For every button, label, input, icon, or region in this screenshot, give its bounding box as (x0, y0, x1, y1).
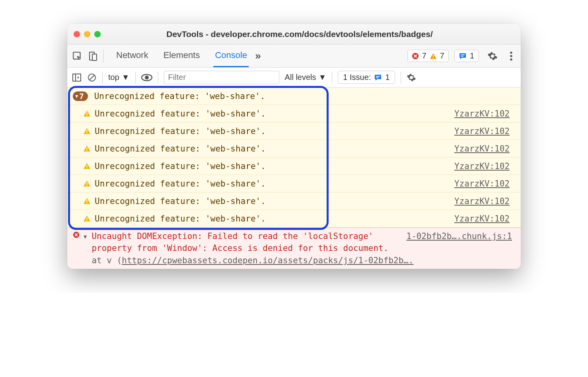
source-link[interactable]: YzarzKV:102 (454, 109, 512, 119)
svg-rect-6 (461, 54, 465, 55)
svg-rect-19 (87, 113, 88, 115)
svg-rect-2 (92, 54, 97, 60)
svg-rect-5 (433, 57, 434, 58)
console-sidebar-toggle-icon[interactable] (72, 73, 82, 82)
more-tabs-icon[interactable]: » (254, 50, 261, 62)
execution-context-selector[interactable]: top ▼ (108, 73, 130, 82)
warning-entry[interactable]: Unrecognized feature: 'web-share'.YzarzK… (67, 140, 521, 157)
tab-network[interactable]: Network (115, 45, 150, 67)
svg-rect-29 (87, 200, 88, 202)
context-label: top (108, 73, 119, 82)
warning-entry[interactable]: Unrecognized feature: 'web-share'.YzarzK… (67, 175, 521, 192)
warning-icon (83, 215, 91, 222)
warning-message: Unrecognized feature: 'web-share'. (94, 91, 265, 101)
warning-icon (83, 162, 91, 170)
close-window-button[interactable] (74, 31, 80, 37)
svg-rect-21 (87, 130, 88, 132)
source-link[interactable]: YzarzKV:102 (454, 214, 512, 223)
error-icon (412, 52, 419, 60)
source-link[interactable]: YzarzKV:102 (454, 161, 512, 171)
warning-message: Unrecognized feature: 'web-share'. (95, 179, 266, 188)
svg-rect-28 (87, 185, 88, 186)
window-title: DevTools - developer.chrome.com/docs/dev… (85, 29, 514, 39)
svg-rect-30 (87, 202, 88, 203)
devtools-window: DevTools - developer.chrome.com/docs/dev… (67, 24, 521, 269)
error-icon (73, 231, 80, 266)
warning-group-header[interactable]: ▼ 7 Unrecognized feature: 'web-share'. (67, 87, 521, 105)
error-warning-counter[interactable]: 7 7 (407, 50, 449, 62)
svg-point-9 (510, 55, 512, 57)
warning-entry[interactable]: Unrecognized feature: 'web-share'.YzarzK… (67, 210, 521, 227)
tab-console[interactable]: Console (213, 45, 249, 67)
chevron-down-icon: ▼ (319, 73, 327, 82)
source-link[interactable]: YzarzKV:102 (454, 144, 512, 154)
warning-count: 7 (440, 51, 444, 60)
issues-button[interactable]: 1 Issue: 1 (338, 71, 395, 84)
svg-rect-20 (87, 115, 88, 116)
main-toolbar: Network Elements Console » 7 7 1 (67, 45, 521, 68)
warning-message: Unrecognized feature: 'web-share'. (95, 109, 266, 119)
warning-icon (83, 110, 91, 117)
svg-rect-32 (87, 220, 88, 221)
warning-message: Unrecognized feature: 'web-share'. (95, 126, 266, 136)
warning-message: Unrecognized feature: 'web-share'. (95, 196, 266, 206)
svg-point-8 (510, 51, 512, 53)
error-entry[interactable]: ▼ Uncaught DOMException: Failed to read … (67, 227, 521, 269)
issues-count: 1 (385, 73, 389, 82)
svg-rect-22 (87, 132, 88, 133)
warning-icon (83, 197, 91, 205)
warning-entry[interactable]: Unrecognized feature: 'web-share'.YzarzK… (67, 105, 521, 122)
message-icon (459, 52, 467, 60)
log-levels-selector[interactable]: All levels ▼ (285, 73, 327, 82)
svg-rect-7 (461, 56, 463, 56)
live-expression-icon[interactable] (141, 74, 152, 82)
svg-rect-26 (87, 167, 88, 168)
svg-rect-31 (87, 218, 88, 220)
svg-point-16 (145, 76, 149, 80)
source-link[interactable]: YzarzKV:102 (454, 196, 512, 206)
issues-counter[interactable]: 1 (454, 50, 479, 62)
source-link[interactable]: YzarzKV:102 (454, 126, 512, 136)
warning-message: Unrecognized feature: 'web-share'. (95, 161, 266, 171)
message-icon (374, 74, 382, 82)
error-stack: at v (https://cpwebassets.codepen.io/ass… (92, 255, 512, 266)
group-count-badge[interactable]: ▼ 7 (73, 91, 88, 101)
error-count: 7 (422, 51, 426, 60)
tab-elements[interactable]: Elements (162, 45, 202, 67)
filter-input[interactable] (164, 71, 279, 84)
svg-rect-18 (376, 77, 379, 78)
clear-console-icon[interactable] (87, 73, 97, 82)
warning-icon (430, 52, 437, 60)
stack-link[interactable]: https://cpwebassets.codepen.io/assets/pa… (122, 256, 413, 265)
warning-message: Unrecognized feature: 'web-share'. (95, 144, 266, 154)
warning-entry[interactable]: Unrecognized feature: 'web-share'.YzarzK… (67, 192, 521, 210)
chevron-down-icon: ▼ (75, 93, 78, 99)
warning-entry[interactable]: Unrecognized feature: 'web-share'.YzarzK… (67, 157, 521, 175)
svg-rect-11 (73, 74, 81, 81)
device-toggle-icon[interactable] (88, 51, 97, 61)
source-link[interactable]: YzarzKV:102 (454, 179, 512, 188)
panel-tabs: Network Elements Console (115, 45, 249, 67)
svg-rect-17 (376, 76, 380, 77)
issues-label: 1 Issue: (343, 73, 371, 82)
svg-rect-25 (87, 165, 88, 167)
inspect-element-icon[interactable] (72, 51, 82, 61)
svg-rect-0 (73, 52, 80, 59)
error-source-link[interactable]: 1-02bfb2b….chunk.js:1 (406, 230, 512, 255)
chevron-down-icon: ▼ (84, 233, 87, 266)
svg-rect-4 (433, 55, 434, 57)
console-settings-icon[interactable] (407, 73, 416, 82)
more-options-icon[interactable] (506, 51, 516, 61)
message-count: 1 (470, 51, 474, 60)
warning-icon (83, 145, 91, 152)
warning-entry[interactable]: Unrecognized feature: 'web-share'.YzarzK… (67, 122, 521, 140)
error-message: Uncaught DOMException: Failed to read th… (92, 230, 406, 255)
warning-icon (83, 180, 91, 187)
svg-point-10 (510, 58, 512, 60)
console-messages: ▼ 7 Unrecognized feature: 'web-share'. U… (67, 87, 521, 269)
settings-icon[interactable] (484, 51, 501, 61)
svg-rect-24 (87, 150, 88, 151)
levels-label: All levels (285, 73, 316, 82)
group-count: 7 (79, 92, 84, 101)
window-titlebar: DevTools - developer.chrome.com/docs/dev… (67, 24, 521, 45)
